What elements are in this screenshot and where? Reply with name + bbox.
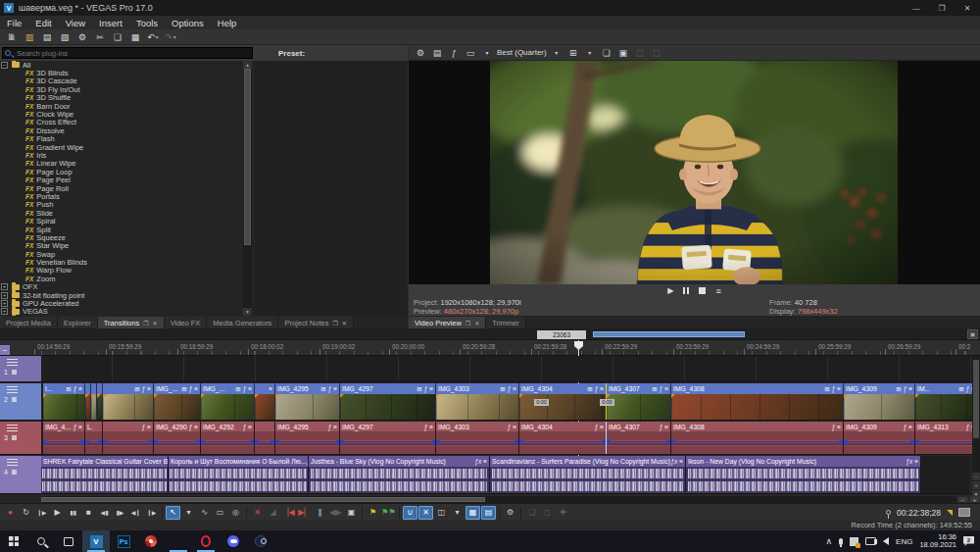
overlay-caret-icon[interactable]: ▾ [583, 46, 597, 59]
scroll-up-icon[interactable]: ▲ [243, 61, 252, 69]
event-fx-icon[interactable]: ƒ [966, 424, 970, 430]
pan-crop-icon[interactable]: ⊞ [235, 385, 240, 393]
fade-handle-icon[interactable] [671, 394, 675, 398]
menu-view[interactable]: View [59, 18, 92, 28]
pan-crop-icon[interactable]: ⊞ [958, 385, 963, 393]
tray-language[interactable]: ENG [896, 537, 912, 546]
track-3-content[interactable]: IMG_4...ƒ≡L.ƒ≡IMG_4290ƒ≡IMG_4292ƒ≡IMG_42… [41, 422, 972, 455]
pan-crop-icon[interactable]: ⊞ [587, 385, 592, 393]
event-menu-icon[interactable]: ≡ [429, 385, 433, 393]
video-event-IM[interactable]: IM...⊞ƒ≡ [915, 383, 972, 421]
menu-insert[interactable]: Insert [92, 18, 129, 28]
event-fx-icon[interactable]: ƒ [142, 385, 146, 393]
track-menu-icon[interactable] [7, 359, 18, 366]
audio-event-IMG4295[interactable]: IMG_4295ƒ≡ [275, 422, 340, 455]
pan-crop-icon[interactable]: ⊞ [320, 385, 325, 393]
mixer-console-icon[interactable]: ▦ [466, 506, 480, 520]
volume-envelope[interactable] [607, 442, 670, 443]
volume-envelope[interactable] [340, 442, 435, 443]
loop-playback-icon[interactable]: ↻ [19, 506, 33, 520]
pan-crop-icon[interactable]: ⊞ [66, 385, 71, 393]
menu-file[interactable]: File [0, 18, 28, 28]
event-fx-icon[interactable]: ƒ [508, 424, 512, 430]
event-menu-icon[interactable]: ≡ [248, 385, 252, 393]
video-event-IMG4303[interactable]: IMG_4303⊞ƒ≡ [436, 383, 519, 421]
volume-envelope[interactable] [43, 442, 84, 443]
notification-center-icon[interactable]: 2 [963, 536, 974, 546]
event-fx-icon[interactable]: ƒ [74, 385, 77, 393]
event-menu-icon[interactable]: ≡ [600, 385, 604, 393]
track-menu-icon[interactable] [7, 425, 18, 431]
project-properties-icon[interactable]: ⚙ [74, 30, 90, 43]
fade-handle-icon[interactable] [255, 394, 259, 398]
event-menu-icon[interactable]: ≡ [429, 424, 433, 430]
event-interactions-icon[interactable]: ◫ [434, 506, 449, 520]
envelope-node[interactable] [607, 440, 611, 444]
tab-video-preview[interactable]: Video Preview❐✕ [409, 317, 486, 328]
zoom-out-icon[interactable]: − [957, 496, 968, 503]
vzoom-out-icon[interactable]: − [972, 473, 980, 480]
lock-event-icon[interactable]: ▣ [344, 506, 359, 520]
timeline-top-scroll-thumb[interactable] [593, 331, 745, 337]
envelope-node[interactable] [335, 440, 339, 444]
volume-envelope[interactable] [436, 442, 518, 443]
trim-start-icon[interactable]: ▕◀ [281, 506, 296, 520]
preview-stop-icon[interactable] [699, 287, 706, 294]
taskbar-steam-icon[interactable] [247, 530, 274, 552]
preview-play-icon[interactable]: ▶ [667, 286, 673, 295]
trim-end-icon[interactable]: ▶▏ [297, 506, 312, 520]
film-strip-icon[interactable] [958, 508, 970, 517]
video-event-IMG4304[interactable]: IMG_4304⊞ƒ≡ [519, 383, 607, 421]
event-menu-icon[interactable]: ≡ [837, 424, 841, 430]
video-event-IMG4307[interactable]: IMG_4307⊞ƒ≡ [607, 383, 671, 421]
music-event[interactable]: Король и Шут Воспоминания О Былой Лю...ƒ… [169, 456, 309, 494]
audio-event-IMG4297[interactable]: IMG_4297ƒ≡ [340, 422, 436, 455]
envelope-node[interactable] [839, 440, 843, 444]
event-fx-icon[interactable]: ƒ [595, 385, 599, 393]
marker-jump-icon[interactable] [947, 510, 953, 516]
preview-menu-icon[interactable]: ≡ [715, 286, 720, 296]
split-screen-view-icon[interactable]: ▤ [430, 46, 444, 59]
menu-tools[interactable]: Tools [129, 18, 165, 28]
volume-envelope[interactable] [519, 442, 606, 443]
tab-transitions[interactable]: Transitions❐✕ [98, 317, 165, 328]
enable-snapping-icon[interactable]: ∪ [403, 506, 417, 520]
video-event[interactable]: ≡ [255, 383, 275, 421]
maximize-button[interactable]: ❐ [929, 0, 955, 16]
audio-event-IMG4290[interactable]: IMG_4290ƒ≡ [154, 422, 201, 455]
expand-icon[interactable]: + [1, 308, 8, 315]
video-scopes-icon[interactable]: ▤ [481, 506, 496, 520]
expand-icon[interactable]: + [1, 300, 8, 307]
event-fx-icon[interactable]: ƒ [966, 385, 970, 393]
event-menu-icon[interactable]: ≡ [147, 424, 151, 430]
envelope-node[interactable] [103, 440, 107, 444]
envelope-node[interactable] [201, 440, 205, 444]
close-tab-icon[interactable]: ✕ [474, 320, 479, 326]
taskbar-search-icon[interactable] [27, 530, 55, 552]
event-fx-icon[interactable]: ƒx [306, 458, 308, 465]
tab-project-media[interactable]: Project Media [0, 317, 58, 328]
taskbar-fan-app-icon[interactable] [137, 530, 165, 552]
event-fx-icon[interactable]: ƒ [595, 424, 599, 430]
new-project-icon[interactable]: 🗎 [4, 30, 20, 43]
audio-event[interactable] [255, 422, 275, 455]
event-menu-icon[interactable]: ≡ [837, 385, 841, 393]
envelope-node[interactable] [915, 440, 919, 444]
menu-options[interactable]: Options [165, 18, 211, 28]
event-menu-icon[interactable]: ≡ [513, 424, 516, 430]
vscroll-down-icon[interactable]: ▼ [972, 490, 980, 498]
plugin-manager-icon[interactable]: ⚙ [503, 506, 517, 520]
search-input[interactable]: Search plug-ins [2, 47, 253, 59]
preview-settings-icon[interactable]: ⚙ [414, 46, 427, 59]
fade-handle-icon[interactable] [915, 394, 919, 398]
event-menu-icon[interactable]: ≡ [679, 458, 683, 465]
taskbar-explorer-icon[interactable] [165, 530, 192, 552]
next-frame-icon[interactable]: ❙▶ [144, 506, 159, 520]
go-to-end-icon[interactable]: ▮▶ [113, 506, 127, 520]
insert-region-icon[interactable]: ⚑⚑ [381, 506, 396, 520]
event-menu-icon[interactable]: ≡ [248, 424, 252, 430]
save-project-icon[interactable]: ▤ [39, 30, 55, 43]
audio-event-IMG4309[interactable]: IMG_4309ƒ≡ [844, 422, 915, 455]
zoom-edit-tool-icon[interactable]: ◎ [228, 506, 243, 520]
envelope-node[interactable] [602, 440, 606, 444]
